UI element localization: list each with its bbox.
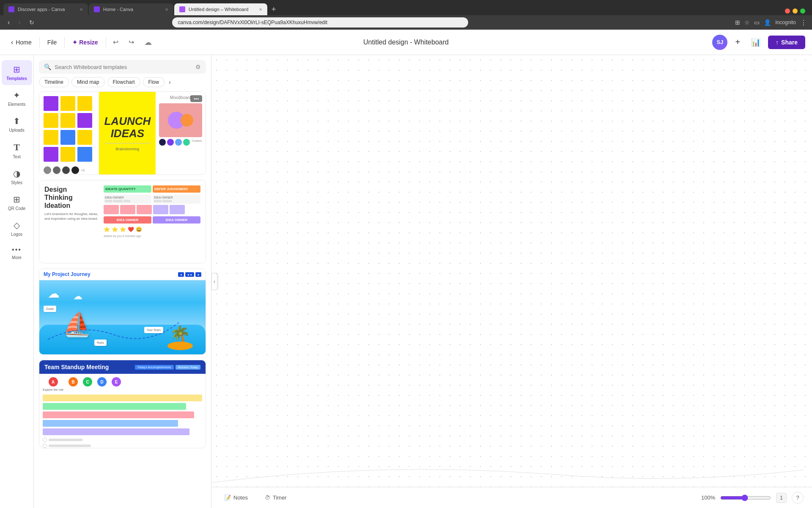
zoom-percentage: 100% [701, 494, 715, 501]
header-left: ‹ Home File ✦ Resize ↩ ↪ ☁ [7, 35, 155, 50]
styles-label: Styles [11, 180, 22, 185]
timer-button[interactable]: ⏱ Timer [261, 492, 291, 503]
share-icon: ↑ [776, 39, 779, 46]
filter-icon[interactable]: ⚙ [195, 64, 201, 70]
back-button[interactable]: ‹ [5, 18, 12, 27]
browser-chrome: Discover apps - Canva ✕ Home - Canva ✕ U… [0, 0, 812, 30]
launch-right: Moodboard Colors [156, 92, 206, 174]
collapse-panel-button[interactable]: ‹ [211, 273, 217, 290]
text-label: Text [13, 155, 20, 159]
chart-button[interactable]: 📊 [748, 36, 764, 49]
template-preview-design: DesignThinkingIdeation Let's brainstorm … [39, 180, 206, 263]
user-avatar[interactable]: SJ [712, 35, 727, 50]
browser-tab-wb[interactable]: Untitled design – Whiteboard ✕ [174, 3, 267, 15]
tab-label-1: Discover apps - Canva [18, 7, 65, 12]
profile-icon[interactable]: 👤 [764, 19, 771, 26]
notes-button[interactable]: 📝 Notes [220, 492, 252, 503]
refresh-button[interactable]: ↻ [27, 18, 37, 27]
template-more-button-launch[interactable]: ••• [190, 95, 202, 102]
add-element-button[interactable]: + [732, 36, 743, 49]
zoom-slider[interactable] [720, 494, 771, 501]
sidebar-item-templates[interactable]: ⊞ Templates [2, 60, 32, 85]
left-sidebar: ⊞ Templates ✦ Elements ⬆ Uploads T Text … [0, 55, 34, 508]
file-menu-button[interactable]: File [43, 36, 61, 48]
tab-favicon-1 [8, 6, 14, 12]
design-title[interactable]: Untitled design - Whiteboard [363, 39, 449, 46]
cast-icon: ▭ [754, 19, 760, 26]
tab-close-1[interactable]: ✕ [80, 7, 83, 12]
cloud-save-button[interactable]: ☁ [141, 35, 155, 50]
canvas-background [211, 55, 812, 508]
template-preview-launch: +5 LAUNCHIDEAS Brainstorming Moodboard [39, 92, 206, 174]
resize-button[interactable]: ✦ Resize [68, 36, 102, 48]
cloud-1: ☁ [48, 287, 60, 301]
tag-flow[interactable]: Flow [143, 77, 165, 87]
design-thinking-title: DesignThinkingIdeation [44, 185, 99, 210]
uploads-icon: ⬆ [13, 116, 20, 126]
template-card-launch[interactable]: +5 LAUNCHIDEAS Brainstorming Moodboard [39, 91, 206, 175]
standup-content: A Explore the role B C D [39, 374, 206, 448]
canvas-area: ‹ 📝 Notes ⏱ Timer 100% 1 ? [211, 55, 812, 508]
launch-text: LAUNCHIDEAS [104, 115, 151, 139]
resize-icon: ✦ [72, 39, 77, 46]
tag-timeline[interactable]: Timeline [39, 77, 69, 87]
search-box[interactable]: 🔍 ⚙ [39, 60, 206, 74]
tags-scroll-right[interactable]: › [167, 77, 173, 87]
tab-label-3: Untitled design – Whiteboard [189, 7, 248, 12]
journey-preview: ☁ ☁ ⛵ 🌴 Goals Your Team Risks [39, 280, 206, 354]
sidebar-item-uploads[interactable]: ⬆ Uploads [2, 112, 32, 137]
sidebar-item-text[interactable]: T Text [2, 138, 32, 163]
main-content: ⊞ Templates ✦ Elements ⬆ Uploads T Text … [0, 55, 812, 508]
home-button[interactable]: ‹ Home [7, 36, 36, 49]
home-arrow-icon: ‹ [11, 39, 13, 46]
template-card-project-journey[interactable]: My Project Journey ● ● ● ● ☁ ☁ ⛵ [39, 268, 206, 355]
sailboat: ⛵ [63, 311, 92, 338]
menu-icon[interactable]: ⋮ [800, 19, 807, 27]
undo-button[interactable]: ↩ [110, 36, 122, 49]
standup-title-bar: Team Standup Meeting Today's Accomplishm… [39, 360, 206, 374]
bottom-right-controls: 100% 1 ? [701, 492, 804, 504]
sidebar-item-qrcode[interactable]: ⊞ QR Code [2, 190, 32, 215]
journey-title-text: My Project Journey [44, 271, 91, 277]
page-indicator[interactable]: 1 [776, 493, 787, 503]
sidebar-item-elements[interactable]: ✦ Elements [2, 86, 32, 111]
more-icon: ••• [12, 246, 22, 254]
logos-icon: ◇ [14, 220, 20, 230]
forward-button[interactable]: › [16, 18, 23, 27]
new-tab-button[interactable]: + [268, 3, 280, 15]
extensions-icon: ⊞ [735, 19, 740, 26]
sidebar-item-more[interactable]: ••• More [2, 242, 32, 264]
templates-list: +5 LAUNCHIDEAS Brainstorming Moodboard [34, 91, 211, 508]
window-controls [785, 8, 805, 14]
qrcode-label: QR Code [8, 206, 26, 211]
template-card-team-standup[interactable]: Team Standup Meeting Today's Accomplishm… [39, 360, 206, 448]
design-thinking-desc: Let's brainstorm for thoughts, ideas, an… [44, 212, 99, 221]
browser-tab-discover[interactable]: Discover apps - Canva ✕ [3, 3, 88, 15]
address-bar[interactable]: canva.com/design/DAFNVxXl0Ol/rLI-sEQPua9… [172, 17, 468, 28]
share-button[interactable]: ↑ Share [768, 36, 805, 49]
search-input[interactable] [55, 64, 192, 70]
templates-panel: 🔍 ⚙ Timeline Mind map Flowchart Flow › [34, 55, 211, 508]
timer-icon: ⏱ [265, 494, 270, 501]
address-text: canva.com/design/DAFNVxXl0Ol/rLI-sEQPua9… [178, 19, 327, 25]
sidebar-item-styles[interactable]: ◑ Styles [2, 164, 32, 189]
template-card-design-thinking[interactable]: DesignThinkingIdeation Let's brainstorm … [39, 180, 206, 263]
browser-tab-home[interactable]: Home - Canva ✕ [89, 3, 173, 15]
app-header: ‹ Home File ✦ Resize ↩ ↪ ☁ Untitled desi… [0, 30, 812, 55]
redo-button[interactable]: ↪ [125, 36, 137, 49]
tab-close-3[interactable]: ✕ [259, 7, 262, 12]
templates-label: Templates [6, 76, 27, 81]
sidebar-item-logos[interactable]: ◇ Logos [2, 216, 32, 241]
tab-close-2[interactable]: ✕ [165, 7, 168, 12]
tab-favicon-3 [179, 6, 185, 12]
more-label: More [12, 255, 22, 260]
browser-address-bar-row: ‹ › ↻ canva.com/design/DAFNVxXl0Ol/rLI-s… [0, 15, 812, 30]
search-icon: 🔍 [44, 64, 51, 70]
template-tags: Timeline Mind map Flowchart Flow › [34, 77, 211, 91]
help-button[interactable]: ? [792, 492, 804, 504]
launch-center: LAUNCHIDEAS Brainstorming [99, 92, 156, 174]
tag-mindmap[interactable]: Mind map [71, 77, 105, 87]
templates-icon: ⊞ [13, 64, 20, 75]
tag-flowchart[interactable]: Flowchart [107, 77, 140, 87]
tab-favicon-2 [94, 6, 100, 12]
